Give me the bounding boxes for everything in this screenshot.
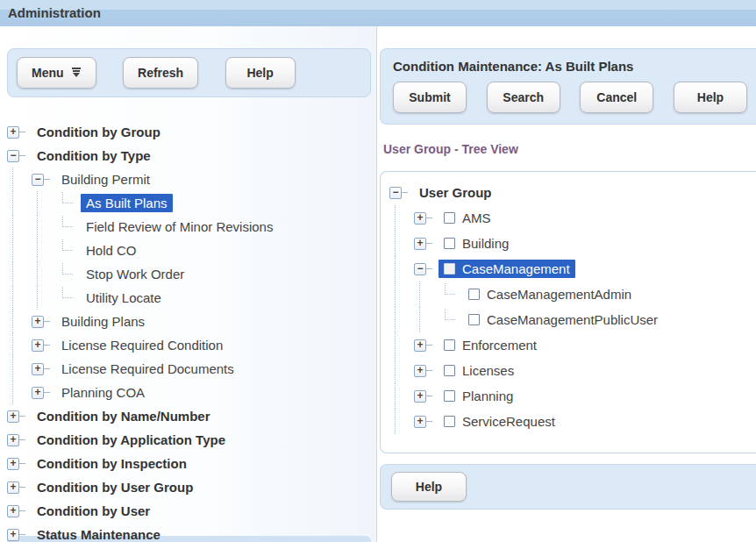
- tree-item-condition-by-user-group[interactable]: +Condition by User Group: [0, 475, 376, 499]
- checkbox[interactable]: [444, 390, 455, 402]
- tree-connector: [44, 368, 50, 369]
- tree-label-wrap: CaseManagementAdmin: [463, 285, 637, 303]
- tree-item-casemanagementadmin[interactable]: CaseManagementAdmin: [382, 282, 756, 307]
- tree-label-wrap: User Group: [414, 183, 497, 202]
- tree-label: Field Review of Minor Revisions: [86, 219, 273, 234]
- page-title: Administration: [0, 0, 756, 26]
- tree-item-casemanagement[interactable]: −CaseManagement: [382, 256, 756, 282]
- expand-icon[interactable]: +: [32, 363, 44, 375]
- tree-item-license-required-condition[interactable]: +License Required Condition: [0, 333, 376, 357]
- expand-icon[interactable]: +: [414, 212, 426, 225]
- menu-button[interactable]: Menu: [17, 57, 96, 89]
- tree-item-condition-by-user[interactable]: +Condition by User: [0, 499, 376, 523]
- tree-connector: [19, 155, 25, 156]
- search-button[interactable]: Search: [487, 82, 560, 113]
- left-panel: Menu Refresh Help +Condition by Group−Co…: [0, 26, 376, 542]
- tree-label-wrap: Licenses: [439, 361, 519, 380]
- expand-icon[interactable]: +: [32, 387, 44, 399]
- tree-item-servicerequest[interactable]: +ServiceRequest: [382, 409, 756, 434]
- expand-icon[interactable]: +: [414, 339, 426, 352]
- tree-label: Building: [462, 236, 509, 251]
- tree-label-wrap: License Required Documents: [56, 360, 239, 378]
- expand-icon[interactable]: +: [32, 339, 44, 352]
- help-button-header[interactable]: Help: [674, 82, 747, 113]
- checkbox[interactable]: [444, 416, 455, 427]
- tree-item-utility-locate[interactable]: Utility Locate: [0, 286, 376, 310]
- collapse-icon[interactable]: −: [32, 174, 44, 186]
- expand-icon[interactable]: +: [414, 416, 426, 428]
- tree-item-planning-coa[interactable]: +Planning COA: [0, 381, 376, 404]
- tree-item-as-built-plans[interactable]: As Built Plans: [0, 191, 376, 215]
- tree-item-condition-by-group[interactable]: +Condition by Group: [0, 120, 376, 144]
- checkbox[interactable]: [444, 365, 455, 376]
- expand-icon[interactable]: +: [7, 529, 19, 541]
- expand-icon[interactable]: +: [7, 434, 19, 446]
- tree-item-licenses[interactable]: +Licenses: [382, 358, 756, 383]
- tree-label-wrap: Condition by Name/Number: [32, 407, 216, 425]
- refresh-button[interactable]: Refresh: [123, 57, 198, 89]
- tree-label-wrap: Building Plans: [56, 312, 150, 331]
- expand-icon[interactable]: +: [7, 481, 19, 494]
- tree-label-wrap: Condition by Group: [32, 123, 166, 141]
- tree-item-building-plans[interactable]: +Building Plans: [0, 310, 376, 333]
- expand-icon[interactable]: +: [7, 458, 19, 470]
- tree-label: ServiceRequest: [462, 414, 555, 429]
- tree-item-enforcement[interactable]: +Enforcement: [382, 332, 756, 358]
- tree-item-condition-by-name-number[interactable]: +Condition by Name/Number: [0, 404, 376, 428]
- tree-label-wrap: Stop Work Order: [81, 265, 189, 283]
- collapse-icon[interactable]: −: [414, 263, 426, 275]
- cancel-button[interactable]: Cancel: [580, 82, 653, 113]
- tree-item-stop-work-order[interactable]: Stop Work Order: [0, 262, 376, 286]
- tree-connector: [19, 534, 25, 535]
- tree-item-condition-by-application-type[interactable]: +Condition by Application Type: [0, 428, 376, 452]
- submit-button[interactable]: Submit: [393, 82, 467, 113]
- footer-toolbar: Help: [380, 464, 756, 510]
- help-button-left[interactable]: Help: [225, 57, 296, 89]
- tree-label: Stop Work Order: [86, 267, 184, 282]
- checkbox[interactable]: [444, 263, 455, 275]
- tree-label: CaseManagement: [462, 261, 570, 276]
- tree-item-license-required-documents[interactable]: +License Required Documents: [0, 357, 376, 381]
- tree-item-building-permit[interactable]: −Building Permit: [0, 168, 376, 191]
- tree-label: License Required Condition: [61, 338, 223, 353]
- expand-icon[interactable]: +: [7, 410, 19, 423]
- checkbox[interactable]: [468, 289, 480, 300]
- tree-item-user-group[interactable]: −User Group: [382, 180, 756, 205]
- expand-icon[interactable]: +: [414, 238, 426, 250]
- tree-label-wrap: Condition by User Group: [32, 478, 198, 496]
- tree-item-condition-by-type[interactable]: −Condition by Type: [0, 144, 376, 168]
- tree-connector: [426, 268, 432, 269]
- tree-item-condition-by-inspection[interactable]: +Condition by Inspection: [0, 452, 376, 475]
- tree-item-field-review-of-minor-revisions[interactable]: Field Review of Minor Revisions: [0, 215, 376, 239]
- tree-connector: [426, 421, 432, 422]
- checkbox[interactable]: [468, 314, 480, 325]
- collapse-icon[interactable]: −: [389, 187, 402, 199]
- checkbox[interactable]: [444, 238, 455, 249]
- expand-icon[interactable]: +: [7, 126, 19, 139]
- expand-icon[interactable]: +: [7, 505, 19, 517]
- tree-label-wrap: Utility Locate: [81, 289, 167, 307]
- checkbox[interactable]: [444, 339, 455, 351]
- user-group-tree-view-heading: User Group - Tree View: [383, 142, 756, 156]
- tree-item-hold-co[interactable]: Hold CO: [0, 239, 376, 262]
- tree-item-planning[interactable]: +Planning: [382, 383, 756, 409]
- tree-item-ams[interactable]: +AMS: [382, 205, 756, 231]
- collapse-icon[interactable]: −: [7, 150, 19, 162]
- checkbox[interactable]: [444, 212, 455, 224]
- tree-label: CaseManagementPublicUser: [487, 312, 658, 327]
- tree-item-casemanagementpublicuser[interactable]: CaseManagementPublicUser: [382, 307, 756, 332]
- expand-icon[interactable]: +: [32, 316, 44, 328]
- right-panel: Condition Maintenance: As Built Plans Su…: [376, 26, 756, 542]
- tree-label: CaseManagementAdmin: [487, 287, 631, 302]
- tree-label: User Group: [419, 185, 492, 200]
- tree-label-wrap: AMS: [439, 209, 496, 227]
- tree-label-wrap: ServiceRequest: [439, 412, 560, 431]
- help-button-footer[interactable]: Help: [391, 472, 467, 502]
- main-content: Menu Refresh Help +Condition by Group−Co…: [0, 26, 756, 542]
- expand-icon[interactable]: +: [414, 390, 426, 403]
- left-toolbar: Menu Refresh Help: [7, 48, 371, 97]
- expand-icon[interactable]: +: [414, 365, 426, 377]
- menu-dropdown-icon: [71, 66, 82, 80]
- tree-label: Building Permit: [61, 172, 150, 187]
- tree-item-building[interactable]: +Building: [382, 231, 756, 256]
